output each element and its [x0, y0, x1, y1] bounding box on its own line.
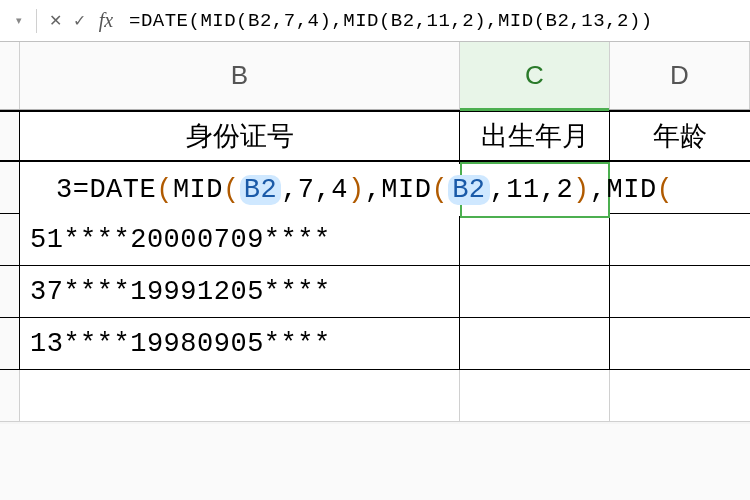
bottom-area	[0, 424, 750, 500]
formula-bar: ▾ ✕ ✓ fx	[0, 0, 750, 42]
header-cell-age[interactable]: 年龄	[610, 112, 750, 160]
cell-D3[interactable]	[610, 214, 750, 265]
fx-icon[interactable]: fx	[91, 9, 121, 32]
column-header-C[interactable]: C	[460, 42, 610, 109]
editing-bg	[20, 164, 460, 216]
column-headers-row: B C D	[0, 42, 750, 110]
cell-C5[interactable]	[460, 318, 610, 369]
cell-B3[interactable]: 51****20000709****	[20, 214, 460, 265]
cell-empty[interactable]	[20, 370, 460, 421]
formula-input[interactable]	[121, 0, 750, 41]
corner-header[interactable]	[0, 42, 20, 109]
cell-D4[interactable]	[610, 266, 750, 317]
row-header[interactable]	[0, 370, 20, 421]
column-header-D[interactable]: D	[610, 42, 750, 109]
table-row: 51****20000709****	[0, 214, 750, 266]
row-header[interactable]	[0, 214, 20, 265]
row-header[interactable]	[0, 266, 20, 317]
table-row: 13****19980905****	[0, 318, 750, 370]
cancel-icon[interactable]: ✕	[43, 11, 67, 30]
cell-D2[interactable]	[610, 162, 750, 213]
header-cell-id[interactable]: 身份证号	[20, 112, 460, 160]
row-header[interactable]	[0, 162, 20, 213]
cell-C3[interactable]	[460, 214, 610, 265]
cell-empty[interactable]	[460, 370, 610, 421]
divider	[36, 9, 37, 33]
table-row: 37****19991205****	[0, 266, 750, 318]
header-cell-birthdate[interactable]: 出生年月	[460, 112, 610, 160]
confirm-icon[interactable]: ✓	[67, 11, 91, 30]
cell-empty[interactable]	[610, 370, 750, 421]
cell-C2-active[interactable]	[460, 162, 610, 213]
cell-B4[interactable]: 37****19991205****	[20, 266, 460, 317]
spreadsheet-grid: B C D 身份证号 出生年月 年龄 51****20000709**** 37…	[0, 42, 750, 422]
table-row	[0, 370, 750, 422]
cell-B5[interactable]: 13****19980905****	[20, 318, 460, 369]
row-header[interactable]	[0, 112, 20, 160]
cell-C4[interactable]	[460, 266, 610, 317]
table-header-row: 身份证号 出生年月 年龄	[0, 110, 750, 162]
column-header-B[interactable]: B	[20, 42, 460, 109]
name-box-dropdown-icon[interactable]: ▾	[8, 8, 30, 34]
row-header[interactable]	[0, 318, 20, 369]
cell-D5[interactable]	[610, 318, 750, 369]
